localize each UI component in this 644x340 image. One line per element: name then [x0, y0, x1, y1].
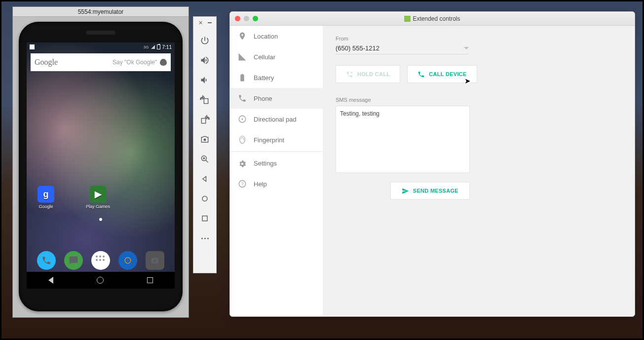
dock — [27, 251, 175, 270]
emulator-window: 5554:myemulator 3G 7:11 Google Say "Ok G… — [12, 6, 189, 318]
help-icon: ? — [238, 179, 247, 188]
button-label: SEND MESSAGE — [413, 188, 458, 194]
sidebar-item-dpad[interactable]: Directional pad — [230, 109, 323, 129]
send-message-button[interactable]: SEND MESSAGE — [390, 182, 470, 200]
zoom-window[interactable] — [253, 16, 258, 21]
send-icon — [402, 187, 409, 195]
phone-panel: From (650) 555-1212 HOLD CALL CALL DEVIC… — [323, 26, 635, 316]
traffic-lights — [230, 16, 258, 21]
sidebar-item-fingerprint[interactable]: Fingerprint — [230, 129, 323, 150]
minimize-window[interactable] — [244, 16, 249, 21]
home-apps-row: g Google ▶ Play Games — [27, 186, 175, 209]
zoom-button[interactable] — [193, 149, 217, 169]
from-dropdown[interactable]: (650) 555-1212 — [336, 44, 469, 54]
emulator-titlebar[interactable]: 5554:myemulator — [13, 7, 189, 17]
sidebar-item-label: Fingerprint — [254, 136, 284, 144]
from-value: (650) 555-1212 — [336, 44, 464, 52]
sidebar-item-help[interactable]: ? Help — [230, 173, 323, 194]
page-indicator — [99, 218, 102, 221]
mic-icon[interactable] — [160, 59, 167, 66]
fingerprint-icon — [238, 135, 247, 144]
screenshot-button[interactable] — [193, 129, 217, 149]
dock-browser[interactable] — [118, 251, 137, 270]
sidebar-item-battery[interactable]: Battery — [230, 67, 323, 88]
sidebar-item-label: Directional pad — [254, 116, 297, 123]
android-navbar — [27, 272, 175, 289]
nav-back[interactable] — [48, 277, 53, 284]
dock-phone[interactable] — [37, 251, 56, 270]
sidebar-item-label: Settings — [254, 160, 277, 167]
from-label: From — [336, 36, 622, 42]
app-label: Play Games — [86, 204, 110, 209]
extended-sidebar: Location Cellular Battery Phone Directio… — [230, 26, 323, 316]
signal-icon — [151, 45, 155, 49]
clock: 7:11 — [162, 44, 172, 50]
extended-controls-window: Extended controls Location Cellular Batt… — [229, 11, 635, 317]
rotate-right-button[interactable] — [193, 110, 217, 129]
volume-up-button[interactable] — [193, 50, 217, 70]
call-icon — [417, 71, 425, 78]
emulator-toolstrip: ✕ — [193, 16, 217, 273]
sidebar-item-phone[interactable]: Phone — [230, 88, 323, 109]
window-title: Extended controls — [404, 15, 460, 22]
nav-home[interactable] — [97, 277, 104, 284]
chevron-down-icon — [464, 47, 469, 49]
device-screen[interactable]: 3G 7:11 Google Say "Ok Google" g Google … — [27, 42, 175, 289]
extended-titlebar[interactable]: Extended controls — [230, 12, 635, 26]
battery-icon — [157, 44, 160, 49]
rotate-left-button[interactable] — [193, 90, 217, 110]
volume-down-button[interactable] — [193, 70, 217, 90]
mouse-cursor: ➤ — [464, 77, 471, 85]
back-button[interactable] — [193, 169, 217, 189]
app-label: Google — [38, 204, 53, 209]
more-button[interactable] — [193, 228, 217, 248]
close-window[interactable] — [235, 16, 240, 21]
gear-icon — [238, 159, 247, 168]
app-play-games[interactable]: ▶ Play Games — [86, 186, 110, 209]
sidebar-item-cellular[interactable]: Cellular — [230, 46, 323, 67]
device-frame: 3G 7:11 Google Say "Ok Google" g Google … — [19, 22, 183, 311]
dock-messages[interactable] — [64, 251, 83, 270]
toolstrip-minimize[interactable] — [208, 22, 212, 23]
search-hint: Say "Ok Google" — [61, 59, 157, 66]
sidebar-divider — [230, 151, 323, 152]
network-label: 3G — [144, 45, 149, 49]
nav-recents[interactable] — [147, 277, 153, 283]
device-speaker — [86, 31, 115, 35]
svg-rect-15 — [352, 71, 352, 73]
android-statusbar: 3G 7:11 — [27, 42, 175, 51]
phone-icon — [238, 94, 247, 103]
sidebar-item-label: Battery — [254, 74, 274, 82]
svg-rect-14 — [351, 71, 351, 73]
svg-point-11 — [242, 119, 243, 120]
pin-icon — [238, 32, 247, 41]
app-google[interactable]: g Google — [38, 186, 54, 209]
google-logo-text: Google — [35, 58, 58, 67]
home-button[interactable] — [193, 189, 217, 209]
google-search-bar[interactable]: Google Say "Ok Google" — [31, 53, 171, 71]
sidebar-item-label: Location — [254, 33, 278, 40]
battery-icon — [238, 73, 247, 82]
google-icon: g — [38, 186, 54, 203]
hold-call-button: HOLD CALL — [336, 65, 400, 83]
hold-call-icon — [346, 71, 353, 78]
svg-text:?: ? — [241, 181, 243, 186]
sidebar-item-location[interactable]: Location — [230, 26, 323, 46]
sidebar-item-label: Phone — [254, 95, 272, 102]
sidebar-item-label: Help — [254, 180, 267, 188]
play-games-icon: ▶ — [90, 186, 107, 203]
toolstrip-close[interactable]: ✕ — [198, 20, 203, 26]
svg-point-8 — [202, 196, 207, 201]
sidebar-item-settings[interactable]: Settings — [230, 153, 323, 173]
dpad-icon — [238, 115, 247, 124]
button-label: HOLD CALL — [357, 71, 390, 77]
power-button[interactable] — [193, 31, 217, 50]
window-title-text: Extended controls — [413, 15, 460, 22]
dock-all-apps[interactable] — [91, 251, 110, 270]
overview-button[interactable] — [193, 209, 217, 228]
notification-icon — [30, 44, 35, 49]
app-icon — [404, 16, 410, 22]
svg-point-2 — [154, 259, 156, 262]
dock-camera[interactable] — [146, 251, 164, 270]
sms-textarea[interactable] — [336, 106, 470, 173]
